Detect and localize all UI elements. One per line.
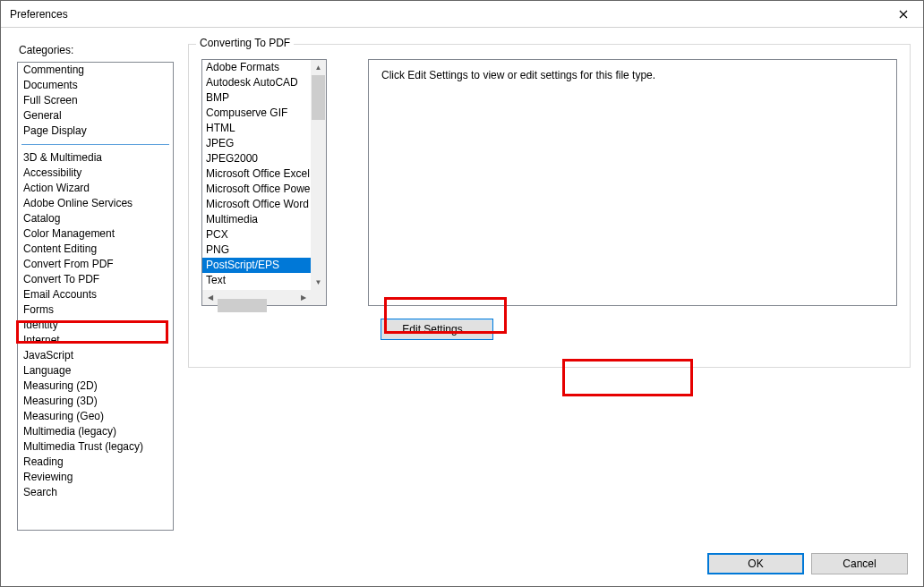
- format-item[interactable]: Microsoft Office PowerPoint: [202, 182, 311, 197]
- category-item[interactable]: Action Wizard: [18, 181, 173, 196]
- category-item-selected[interactable]: Convert To PDF: [18, 272, 173, 287]
- horizontal-scrollbar[interactable]: ◀ ▶: [202, 290, 326, 305]
- titlebar: Preferences: [1, 1, 923, 28]
- scroll-up-icon[interactable]: ▲: [311, 60, 326, 75]
- category-item[interactable]: Measuring (2D): [18, 379, 173, 394]
- scrollbar-thumb[interactable]: [218, 299, 267, 312]
- converting-group: Converting To PDF Adobe Formats Autodesk…: [188, 44, 911, 368]
- format-item[interactable]: BMP: [202, 90, 311, 106]
- category-item[interactable]: Full Screen: [18, 93, 173, 108]
- format-item[interactable]: Compuserve GIF: [202, 106, 311, 121]
- cancel-label: Cancel: [843, 557, 876, 570]
- edit-settings-label: Edit Settings...: [402, 323, 471, 336]
- scroll-right-icon[interactable]: ▶: [295, 290, 311, 305]
- window-title: Preferences: [10, 8, 68, 21]
- dialog-content: Categories: Commenting Documents Full Sc…: [1, 28, 923, 586]
- category-separator: [21, 144, 169, 145]
- format-item[interactable]: JPEG2000: [202, 151, 311, 166]
- category-item[interactable]: 3D & Multimedia: [18, 150, 173, 166]
- format-item[interactable]: PNG: [202, 242, 311, 258]
- format-item[interactable]: Text: [202, 273, 311, 288]
- category-item[interactable]: Content Editing: [18, 242, 173, 257]
- format-item[interactable]: JPEG: [202, 136, 311, 151]
- category-item[interactable]: Adobe Online Services: [18, 196, 173, 211]
- cancel-button[interactable]: Cancel: [811, 553, 908, 574]
- format-item-selected[interactable]: PostScript/EPS: [202, 258, 311, 273]
- scroll-left-icon[interactable]: ◀: [202, 290, 218, 305]
- category-item[interactable]: Internet: [18, 333, 173, 348]
- category-item[interactable]: Color Management: [18, 226, 173, 242]
- scrollbar-corner: [311, 290, 326, 305]
- format-item[interactable]: Microsoft Office Excel: [202, 166, 311, 182]
- format-item[interactable]: PCX: [202, 227, 311, 242]
- format-list-container: Adobe Formats Autodesk AutoCAD BMP Compu…: [201, 59, 327, 306]
- ok-button[interactable]: OK: [707, 553, 804, 574]
- category-item[interactable]: Catalog: [18, 211, 173, 226]
- category-item[interactable]: Measuring (Geo): [18, 409, 173, 424]
- category-item[interactable]: Reviewing: [18, 470, 173, 485]
- category-item[interactable]: Accessibility: [18, 166, 173, 181]
- preferences-dialog: Preferences Categories: Commenting Docum…: [0, 0, 924, 587]
- category-item[interactable]: Convert From PDF: [18, 257, 173, 272]
- format-item[interactable]: HTML: [202, 121, 311, 136]
- settings-panel: Converting To PDF Adobe Formats Autodesk…: [188, 37, 911, 577]
- category-item[interactable]: Measuring (3D): [18, 394, 173, 409]
- edit-settings-button[interactable]: Edit Settings...: [381, 319, 493, 340]
- category-item[interactable]: Multimedia (legacy): [18, 424, 173, 439]
- format-item[interactable]: Adobe Formats: [202, 60, 311, 75]
- categories-label: Categories:: [19, 44, 174, 56]
- category-item[interactable]: Identity: [18, 318, 173, 333]
- scrollbar-thumb[interactable]: [312, 75, 325, 120]
- dialog-buttons: OK Cancel: [707, 553, 908, 574]
- category-item[interactable]: Commenting: [18, 63, 173, 78]
- ok-label: OK: [748, 557, 763, 570]
- category-item[interactable]: General: [18, 108, 173, 123]
- category-item[interactable]: Email Accounts: [18, 287, 173, 302]
- vertical-scrollbar[interactable]: ▲ ▼: [311, 60, 326, 290]
- close-icon: [899, 10, 908, 19]
- category-item[interactable]: Language: [18, 363, 173, 379]
- category-item[interactable]: Documents: [18, 78, 173, 93]
- instruction-panel: Click Edit Settings to view or edit sett…: [368, 59, 897, 306]
- scroll-down-icon[interactable]: ▼: [311, 275, 326, 290]
- group-label: Converting To PDF: [196, 37, 294, 49]
- category-item[interactable]: Reading: [18, 455, 173, 470]
- category-item[interactable]: Page Display: [18, 123, 173, 139]
- format-listbox[interactable]: Adobe Formats Autodesk AutoCAD BMP Compu…: [202, 60, 311, 290]
- format-item[interactable]: Autodesk AutoCAD: [202, 75, 311, 90]
- category-item[interactable]: Search: [18, 485, 173, 500]
- category-item[interactable]: Multimedia Trust (legacy): [18, 439, 173, 455]
- format-item[interactable]: Microsoft Office Word: [202, 197, 311, 212]
- format-item[interactable]: Multimedia: [202, 212, 311, 227]
- category-item[interactable]: Forms: [18, 302, 173, 318]
- close-button[interactable]: [883, 1, 923, 28]
- categories-listbox[interactable]: Commenting Documents Full Screen General…: [17, 62, 174, 531]
- instruction-text: Click Edit Settings to view or edit sett…: [381, 69, 655, 81]
- categories-column: Categories: Commenting Documents Full Sc…: [17, 37, 174, 577]
- category-item[interactable]: JavaScript: [18, 348, 173, 363]
